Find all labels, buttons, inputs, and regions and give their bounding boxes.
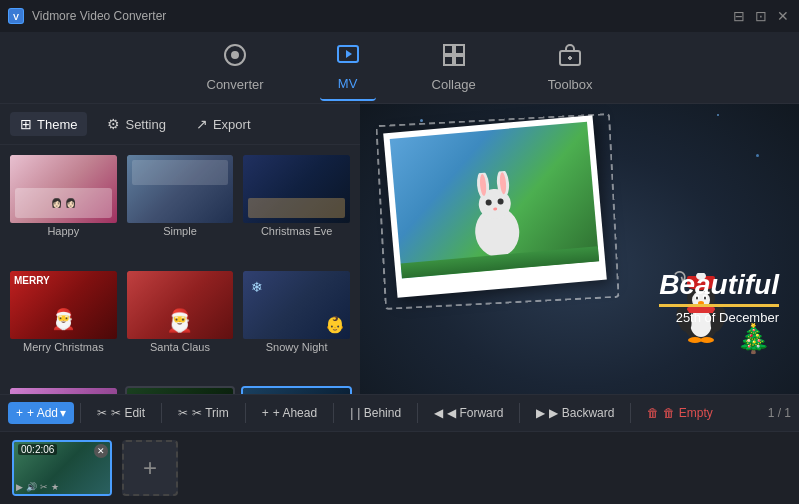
toolbar-sep-1 xyxy=(80,403,81,423)
tab-converter-label: Converter xyxy=(207,77,264,92)
edit-button[interactable]: ✂ ✂ Edit xyxy=(87,402,155,424)
tree-decoration: 🎄 xyxy=(736,322,771,355)
tab-toolbox[interactable]: Toolbox xyxy=(532,35,609,100)
preview-area: 🎄 ↷ Beautiful 25th of December xyxy=(360,104,799,435)
theme-label-christmas-eve: Christmas Eve xyxy=(243,223,350,241)
svg-point-38 xyxy=(700,337,714,343)
svg-point-3 xyxy=(232,52,238,58)
toolbar-sep-4 xyxy=(333,403,334,423)
sub-tabs: ⊞ Theme ⚙ Setting ↗ Export xyxy=(0,104,360,145)
clip-play-icon[interactable]: ▶ xyxy=(16,482,23,492)
preview-title-text: Beautiful xyxy=(659,269,779,301)
mv-icon xyxy=(336,42,360,72)
close-button[interactable]: ✕ xyxy=(775,8,791,24)
page-counter: 1 / 1 xyxy=(768,406,791,420)
theme-thumb-snowy-night: ❄ 👶 xyxy=(243,271,350,339)
video-thumbnail xyxy=(390,122,599,279)
toolbar-sep-6 xyxy=(519,403,520,423)
title-bar: V Vidmore Video Converter ⊟ ⊡ ✕ xyxy=(0,0,799,32)
tab-mv-label: MV xyxy=(338,76,358,91)
theme-thumb-santa-claus: 🎅 xyxy=(127,271,234,339)
minimize-button[interactable]: ⊟ xyxy=(731,8,747,24)
theme-item-snowy-night[interactable]: ❄ 👶 Snowy Night xyxy=(241,269,352,379)
behind-icon: | xyxy=(350,406,353,420)
theme-label-merry-christmas: Merry Christmas xyxy=(10,339,117,357)
theme-item-santa-claus[interactable]: 🎅 Santa Claus xyxy=(125,269,236,379)
theme-thumb-christmas-eve xyxy=(243,155,350,223)
behind-button[interactable]: | | Behind xyxy=(340,402,411,424)
subtab-export-label: Export xyxy=(213,117,251,132)
converter-icon xyxy=(223,43,247,73)
theme-item-merry-christmas[interactable]: MERRY 🎅 Merry Christmas xyxy=(8,269,119,379)
export-arrow-icon: ↗ xyxy=(196,116,208,132)
subtab-setting[interactable]: ⚙ Setting xyxy=(97,112,175,136)
add-dropdown-icon: ▾ xyxy=(60,406,66,420)
theme-item-simple[interactable]: Simple xyxy=(125,153,236,263)
video-frame xyxy=(383,115,607,298)
maximize-button[interactable]: ⊡ xyxy=(753,8,769,24)
svg-rect-9 xyxy=(455,56,464,65)
setting-gear-icon: ⚙ xyxy=(107,116,120,132)
svg-text:V: V xyxy=(13,12,19,22)
tab-collage[interactable]: Collage xyxy=(416,35,492,100)
theme-item-christmas-eve[interactable]: Christmas Eve xyxy=(241,153,352,263)
toolbar-sep-3 xyxy=(245,403,246,423)
tab-toolbox-label: Toolbox xyxy=(548,77,593,92)
clip-cut-icon[interactable]: ✂ xyxy=(40,482,48,492)
theme-thumb-simple xyxy=(127,155,234,223)
toolbar-sep-2 xyxy=(161,403,162,423)
toolbar-sep-7 xyxy=(630,403,631,423)
subtab-export[interactable]: ↗ Export xyxy=(186,112,261,136)
preview-subtitle-text: 25th of December xyxy=(659,310,779,325)
theme-grid-icon: ⊞ xyxy=(20,116,32,132)
theme-label-simple: Simple xyxy=(127,223,234,241)
toolbar-sep-5 xyxy=(417,403,418,423)
theme-item-happy[interactable]: 👩🏻 👩🏻 Happy xyxy=(8,153,119,263)
app-icon: V xyxy=(8,8,24,24)
forward-icon: ◀ xyxy=(434,406,443,420)
tab-converter[interactable]: Converter xyxy=(191,35,280,100)
empty-button[interactable]: 🗑 🗑 Empty xyxy=(637,402,722,424)
trim-scissors-icon: ✂ xyxy=(178,406,188,420)
svg-rect-6 xyxy=(444,45,453,54)
subtab-setting-label: Setting xyxy=(125,117,165,132)
subtab-theme-label: Theme xyxy=(37,117,77,132)
clip-close-button[interactable]: ✕ xyxy=(94,444,108,458)
theme-label-santa-claus: Santa Claus xyxy=(127,339,234,357)
subtab-theme[interactable]: ⊞ Theme xyxy=(10,112,87,136)
trim-button[interactable]: ✂ ✂ Trim xyxy=(168,402,239,424)
add-icon: + xyxy=(16,406,23,420)
clip-controls: ▶ 🔊 ✂ ★ xyxy=(16,482,59,492)
theme-label-snowy-night: Snowy Night xyxy=(243,339,350,357)
clip-audio-icon[interactable]: 🔊 xyxy=(26,482,37,492)
add-clip-button[interactable]: + xyxy=(122,440,178,496)
ahead-button[interactable]: + + Ahead xyxy=(252,402,327,424)
theme-label-happy: Happy xyxy=(10,223,117,241)
theme-thumb-happy: 👩🏻 👩🏻 xyxy=(10,155,117,223)
backward-icon: ▶ xyxy=(536,406,545,420)
timeline-clip[interactable]: 00:2:06 ✕ ▶ 🔊 ✂ ★ xyxy=(12,440,112,496)
tab-collage-label: Collage xyxy=(432,77,476,92)
trash-icon: 🗑 xyxy=(647,406,659,420)
scissors-icon: ✂ xyxy=(97,406,107,420)
bunny-graphic xyxy=(452,169,540,266)
svg-marker-5 xyxy=(346,50,352,58)
svg-rect-8 xyxy=(444,56,453,65)
svg-point-37 xyxy=(688,337,702,343)
window-controls: ⊟ ⊡ ✕ xyxy=(731,8,791,24)
clip-time: 00:2:06 xyxy=(18,444,57,455)
bottom-toolbar: + + Add ▾ ✂ ✂ Edit ✂ ✂ Trim + + Ahead | … xyxy=(0,394,799,432)
svg-rect-7 xyxy=(455,45,464,54)
app-title: Vidmore Video Converter xyxy=(32,9,723,23)
preview-title-underline xyxy=(659,304,779,307)
collage-icon xyxy=(442,43,466,73)
toolbox-icon xyxy=(558,43,582,73)
forward-button[interactable]: ◀ ◀ Forward xyxy=(424,402,513,424)
nav-tabs: Converter MV Collage xyxy=(0,32,799,104)
theme-thumb-merry-christmas: MERRY 🎅 xyxy=(10,271,117,339)
timeline: 00:2:06 ✕ ▶ 🔊 ✂ ★ + xyxy=(0,432,799,504)
backward-button[interactable]: ▶ ▶ Backward xyxy=(526,402,624,424)
add-button[interactable]: + + Add ▾ xyxy=(8,402,74,424)
clip-star-icon[interactable]: ★ xyxy=(51,482,59,492)
tab-mv[interactable]: MV xyxy=(320,34,376,101)
